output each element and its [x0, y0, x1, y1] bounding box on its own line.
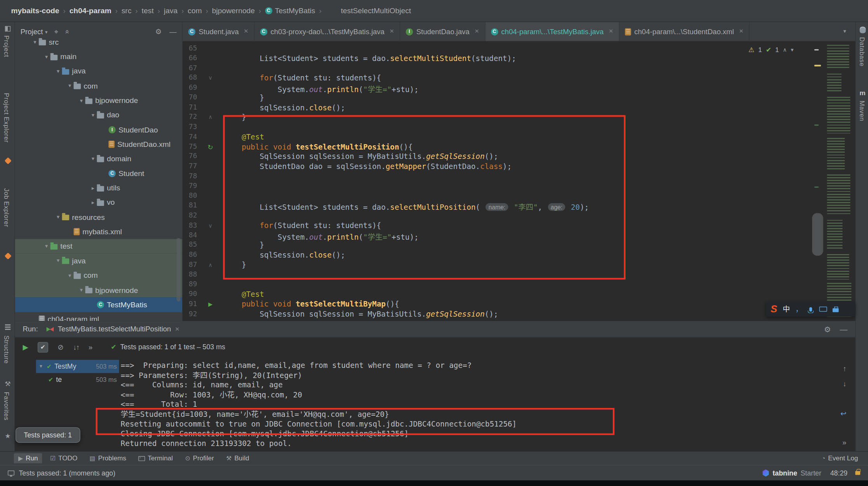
collapse-icon[interactable]: «: [64, 30, 72, 34]
tree-item-student[interactable]: CStudent: [15, 166, 182, 181]
breadcrumb-item-java[interactable]: java: [164, 7, 178, 15]
ime-keyboard-button[interactable]: [819, 307, 827, 312]
ime-zh-button[interactable]: 中: [783, 305, 790, 313]
run-icon[interactable]: ▶: [208, 301, 213, 307]
breadcrumb-item-bjpowernode[interactable]: bjpowernode: [212, 7, 255, 15]
editor[interactable]: 6566 List<Student> students = dao.select…: [183, 42, 855, 321]
status-message[interactable]: Tests passed: 1 (moments ago): [8, 469, 115, 477]
chev-down-icon[interactable]: ▾: [66, 83, 74, 89]
tab-ch03-proxy-dao-testmybatis-java[interactable]: Cch03-proxy-dao\...\TestMyBatis.java✕: [254, 22, 400, 41]
toolwindow-event-log[interactable]: ◔Event Log: [817, 453, 862, 463]
test-node-testmy[interactable]: ▾✔TestMy503 ms: [36, 360, 119, 373]
close-icon[interactable]: ✕: [474, 29, 479, 34]
breadcrumb-item-mybaits-code[interactable]: mybaits-code: [11, 7, 59, 15]
close-icon[interactable]: ✕: [608, 29, 613, 34]
tree-item-utils[interactable]: ▸utils: [15, 181, 182, 195]
chev-down-icon[interactable]: ▾: [77, 98, 85, 103]
lock-icon[interactable]: [855, 471, 860, 475]
run-tool-play[interactable]: ▶: [23, 342, 28, 352]
breadcrumb-item-testmybatis[interactable]: CTestMyBatis: [265, 7, 315, 15]
error-stripe[interactable]: [812, 42, 824, 321]
tool-button-label-project[interactable]: Project: [3, 35, 10, 57]
chev-down-icon[interactable]: ▾: [89, 156, 97, 162]
switcher-icon[interactable]: [5, 456, 10, 461]
tab-studentdao-java[interactable]: IStudentDao.java✕: [400, 22, 485, 41]
tool-button-job-explorer[interactable]: [4, 254, 12, 259]
tool-button-project-explorer[interactable]: [4, 158, 12, 163]
toolwindow-build[interactable]: ⚒Build: [222, 453, 254, 463]
tool-button-label-job-explorer[interactable]: Job Explorer: [3, 188, 10, 227]
test-node-te[interactable]: ✔te503 ms: [36, 373, 119, 386]
tree-item-ch04-param-iml[interactable]: ch04-param.iml: [15, 312, 182, 321]
tree-item-dao[interactable]: ▾dao: [15, 108, 182, 122]
tool-button-label-project-explorer[interactable]: Project Explorer: [3, 93, 10, 143]
locate-icon[interactable]: ⌖: [54, 28, 58, 36]
ime-toolbox-button[interactable]: [833, 307, 839, 312]
toolwindow-problems[interactable]: ▤Problems: [85, 453, 131, 463]
tool-button-database[interactable]: [859, 26, 866, 33]
run-tool-show-passed[interactable]: ✔: [38, 342, 48, 352]
run-tool-ban[interactable]: ⊘: [58, 342, 64, 352]
toolwindow-todo[interactable]: ☑TODO: [46, 453, 82, 463]
settings-icon[interactable]: ⚙: [155, 28, 162, 36]
tree-item-resources[interactable]: ▾resources: [15, 210, 182, 225]
console-wrap-button[interactable]: ↩: [840, 409, 847, 418]
run-tab[interactable]: TestMyBatis.testSelectMultiPosition✕: [47, 325, 180, 333]
hide-icon[interactable]: —: [840, 325, 847, 333]
tool-button-structure[interactable]: [4, 324, 12, 330]
chev-down-icon[interactable]: ▾: [77, 287, 85, 293]
chev-right-icon[interactable]: ▸: [89, 200, 97, 205]
tree-item-java[interactable]: ▾java: [15, 254, 182, 268]
chev-down-icon[interactable]: ▾: [54, 258, 62, 263]
chev-down-icon[interactable]: ▾: [66, 273, 74, 278]
close-icon[interactable]: ✕: [244, 29, 248, 34]
ime-mic-button[interactable]: [808, 307, 814, 311]
run-tool-more[interactable]: »: [89, 342, 92, 352]
rerun-icon[interactable]: ↻: [207, 144, 213, 150]
tab-ch04-param-studentdao-xml[interactable]: ch04-param\...\StudentDao.xml✕: [619, 22, 749, 41]
tree-item-src[interactable]: ▾src: [15, 35, 182, 50]
chev-down-icon[interactable]: ▾: [791, 47, 793, 52]
chev-down-icon[interactable]: ▾: [31, 39, 39, 45]
chev-down-icon[interactable]: ▾: [54, 214, 62, 220]
breadcrumb-item-test[interactable]: test: [142, 7, 154, 15]
breadcrumb-item-com[interactable]: com: [188, 7, 202, 15]
tool-button-label-favorites[interactable]: Favorites: [3, 392, 10, 421]
chev-down-icon[interactable]: ▾: [38, 364, 44, 369]
tree-item-bjpowernode[interactable]: ▾bjpowernode: [15, 93, 182, 108]
tree-item-java[interactable]: ▾java: [15, 64, 182, 79]
tool-button-maven[interactable]: m: [859, 90, 866, 96]
chev-down-icon[interactable]: ▾: [54, 68, 62, 74]
tree-item-com[interactable]: ▾com: [15, 268, 182, 283]
chev-down-icon[interactable]: ▾: [43, 244, 51, 249]
tree-item-domain[interactable]: ▾domain: [15, 152, 182, 166]
chev-down-icon[interactable]: ▾: [43, 54, 51, 59]
editor-scrollbar[interactable]: [812, 213, 823, 256]
tree-item-testmybatis[interactable]: CTestMyBatis: [15, 297, 182, 312]
tree-item-studentdao[interactable]: IStudentDao: [15, 122, 182, 137]
tree-item-bjpowernode[interactable]: ▾bjpowernode: [15, 283, 182, 298]
tab-ch04-param-testmybatis-java[interactable]: Cch04-param\...\TestMyBatis.java✕: [485, 22, 619, 41]
breadcrumb-item-ch04-param[interactable]: ch04-param: [70, 7, 112, 15]
tabnine-status[interactable]: tabnine Starter: [762, 469, 821, 477]
chev-right-icon[interactable]: ▸: [89, 185, 97, 191]
tool-button-label-structure[interactable]: Structure: [3, 335, 10, 364]
tool-button-label-database[interactable]: Database: [859, 37, 865, 66]
tool-button-favorites[interactable]: ★: [4, 433, 12, 439]
code-area[interactable]: 6566 List<Student> students = dao.select…: [183, 42, 855, 319]
project-scrollbar[interactable]: [176, 238, 180, 302]
tree-item-vo[interactable]: ▸vo: [15, 195, 182, 210]
settings-icon[interactable]: ⚙: [824, 325, 831, 333]
console[interactable]: ==> Preparing: select id,name, email,age…: [121, 361, 824, 449]
close-icon[interactable]: ✕: [175, 326, 180, 332]
sogou-logo[interactable]: S: [770, 303, 777, 315]
toolwindow-profiler[interactable]: ⊙Profiler: [181, 453, 218, 463]
console-more-button[interactable]: »: [842, 438, 846, 446]
minimap[interactable]: [824, 42, 855, 321]
chev-up-icon[interactable]: ∧: [783, 47, 787, 52]
close-icon[interactable]: ✕: [389, 29, 394, 34]
hidden-tabs-button[interactable]: ▾: [834, 22, 855, 41]
breadcrumb-item-testselectmultiobject[interactable]: testSelectMultiObject: [341, 7, 411, 15]
ime-punct-button[interactable]: ，: [795, 306, 802, 312]
breadcrumb-item-src[interactable]: src: [122, 7, 132, 15]
